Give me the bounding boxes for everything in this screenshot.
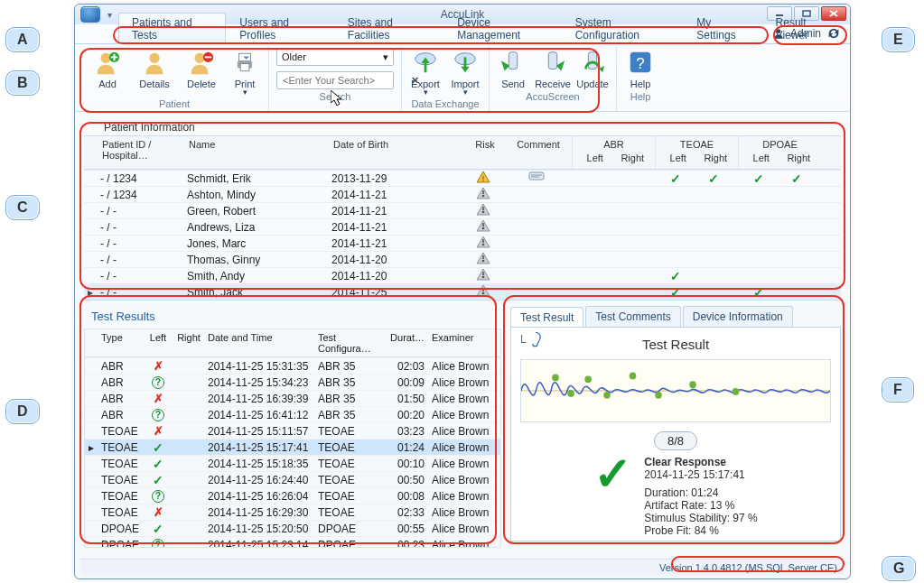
risk-warn-icon: ! <box>476 171 490 183</box>
chevron-down-icon: ▾ <box>424 88 428 97</box>
risk-none-icon <box>476 236 490 248</box>
test-result-row[interactable]: ▸TEOAE✓2014-11-25 15:17:41TEOAE01:24Alic… <box>85 439 500 455</box>
fail-icon: ✗ <box>154 424 163 438</box>
ribbon-tab-users-and-profiles[interactable]: Users and Profiles <box>226 13 334 44</box>
fail-icon: ✗ <box>154 392 163 405</box>
device-receive-button[interactable]: Receive <box>537 48 569 89</box>
delete-patient-button[interactable]: Delete <box>182 48 221 89</box>
pass-icon: ✓ <box>708 171 719 186</box>
ribbon-tab-my-settings[interactable]: My Settings <box>683 13 761 44</box>
patient-info-panel: Patient Information Patient ID / Hospita… <box>84 119 841 301</box>
detail-tab-test-result[interactable]: Test Result <box>510 307 583 328</box>
chevron-down-icon: ▾ <box>463 88 468 97</box>
callout-B: B <box>5 70 40 96</box>
ribbon-tab-device-management[interactable]: Device Management <box>443 13 561 44</box>
version-label: Version 1.4.0.4812 (MS SQL Server CE) <box>659 562 837 573</box>
export-button[interactable]: Export ▾ <box>409 48 442 97</box>
print-button[interactable]: Print ▾ <box>229 48 261 97</box>
chevron-down-icon: ▾ <box>383 51 388 63</box>
unknown-icon: ? <box>152 490 164 503</box>
patient-row[interactable]: - / -Green, Robert2014-11-21 <box>84 202 841 218</box>
test-result-row[interactable]: TEOAE✓2014-11-25 16:24:40TEOAE00:50Alice… <box>85 471 500 487</box>
detail-tab-test-comments[interactable]: Test Comments <box>585 306 680 327</box>
ribbon: Add Details Delete Print ▾ <box>75 44 850 112</box>
test-result-row[interactable]: ABR?2014-11-25 15:34:23ABR 3500:09Alice … <box>85 374 500 390</box>
ear-indicator: L <box>520 331 542 347</box>
test-result-row[interactable]: ABR?2014-11-25 16:41:12ABR 3500:20Alice … <box>85 406 500 422</box>
result-waveform <box>520 359 831 422</box>
cloud-import-icon <box>451 48 480 77</box>
chevron-down-icon: ▾ <box>243 88 247 97</box>
qat-customize-icon[interactable]: ▾ <box>107 10 112 20</box>
test-result-row[interactable]: TEOAE✗2014-11-25 15:11:57TEOAE03:23Alice… <box>85 422 500 439</box>
risk-none-icon <box>476 284 490 297</box>
user-name[interactable]: Admin <box>790 27 821 40</box>
svg-rect-52 <box>482 288 484 292</box>
callout-A: A <box>5 27 40 52</box>
patient-row[interactable]: ▸- / -Smith, Jack2014-11-25✓✓ <box>84 283 841 300</box>
fail-icon: ✗ <box>154 505 163 519</box>
test-result-row[interactable]: DPOAE✓2014-11-25 15:20:50DPOAE00:55Alice… <box>85 520 500 536</box>
detail-heading: Test Result <box>520 337 831 352</box>
test-result-row[interactable]: ABR✗2014-11-25 16:39:39ABR 3501:50Alice … <box>85 390 500 406</box>
person-delete-icon <box>187 48 216 77</box>
test-results-rows[interactable]: ABR✗2014-11-25 15:31:35ABR 3502:03Alice … <box>85 357 500 547</box>
patient-row[interactable]: - / -Andrews, Liza2014-11-21 <box>84 218 841 235</box>
app-orb-button[interactable] <box>80 6 100 23</box>
ribbon-group-patient: Add Details Delete Print ▾ <box>80 46 269 111</box>
test-results-title: Test Results <box>84 306 501 329</box>
risk-none-icon <box>476 252 490 264</box>
user-icon <box>772 27 785 40</box>
sync-icon[interactable] <box>826 26 841 41</box>
callout-G: G <box>882 556 916 581</box>
ribbon-tab-sites-and-facilities[interactable]: Sites and Facilities <box>334 13 443 44</box>
test-result-row[interactable]: ABR✗2014-11-25 15:31:35ABR 3502:03Alice … <box>85 357 500 374</box>
risk-none-icon <box>476 268 490 281</box>
patient-grid-rows[interactable]: - / 1234Schmidt, Erik2013-11-29!✓✓✓✓- / … <box>84 170 841 301</box>
ribbon-tab-patients-and-tests[interactable]: Patients and Tests <box>118 13 226 44</box>
unknown-icon: ? <box>152 539 164 547</box>
detail-tab-device-information[interactable]: Device Information <box>683 306 793 327</box>
svg-rect-34 <box>482 190 484 194</box>
test-result-row[interactable]: TEOAE✗2014-11-25 16:29:30TEOAE02:33Alice… <box>85 504 500 520</box>
test-result-row[interactable]: DPOAE?2014-11-25 15:23:14DPOAE00:23Alice… <box>85 536 500 547</box>
add-patient-button[interactable]: Add <box>88 48 127 89</box>
svg-rect-29 <box>529 172 544 180</box>
svg-rect-21 <box>548 52 556 69</box>
search-input[interactable] <box>281 74 409 87</box>
patient-details-button[interactable]: Details <box>135 48 174 89</box>
patient-row[interactable]: - / -Smith, Andy2014-11-20✓ <box>84 267 841 283</box>
pass-icon: ✓ <box>670 171 681 186</box>
svg-rect-46 <box>482 255 484 259</box>
help-button[interactable]: ? Help <box>624 48 657 89</box>
svg-point-60 <box>689 381 696 388</box>
import-button[interactable]: Import ▾ <box>449 48 481 97</box>
test-result-row[interactable]: TEOAE✓2014-11-25 15:18:35TEOAE00:10Alice… <box>85 455 500 471</box>
ribbon-tab-system-configuration[interactable]: System Configuration <box>562 13 684 44</box>
patient-row[interactable]: - / 1234Schmidt, Erik2013-11-29!✓✓✓✓ <box>84 170 841 186</box>
person-details-icon <box>140 48 169 77</box>
svg-rect-23 <box>588 52 596 69</box>
device-update-icon <box>578 48 607 77</box>
ribbon-group-data-exchange: Export ▾ Import ▾ Data Exchange <box>402 46 490 111</box>
callout-E: E <box>882 27 915 52</box>
risk-none-icon <box>476 187 490 199</box>
device-update-button[interactable]: Update <box>576 48 609 89</box>
patient-row[interactable]: - / -Thomas, Ginny2014-11-20 <box>84 251 841 267</box>
risk-none-icon <box>476 219 490 232</box>
svg-point-56 <box>584 375 592 383</box>
svg-point-58 <box>630 373 637 380</box>
ribbon-group-search: Older ▾ ✕ Search <box>269 46 402 111</box>
risk-none-icon <box>476 203 490 216</box>
comment-icon <box>528 171 545 182</box>
device-send-button[interactable]: Send <box>497 48 529 89</box>
svg-point-33 <box>482 195 485 198</box>
patient-row[interactable]: - / -Jones, Marc2014-11-21 <box>84 235 841 251</box>
device-send-icon <box>499 48 527 77</box>
search-filter-dropdown[interactable]: Older ▾ <box>276 48 394 66</box>
pass-icon: ✓ <box>753 171 764 186</box>
callout-D: D <box>5 399 40 424</box>
test-result-row[interactable]: TEOAE?2014-11-25 16:26:04TEOAE00:08Alice… <box>85 487 500 504</box>
patient-row[interactable]: - / 1234Ashton, Mindy2014-11-21 <box>84 186 841 202</box>
pass-icon: ✓ <box>670 269 681 283</box>
